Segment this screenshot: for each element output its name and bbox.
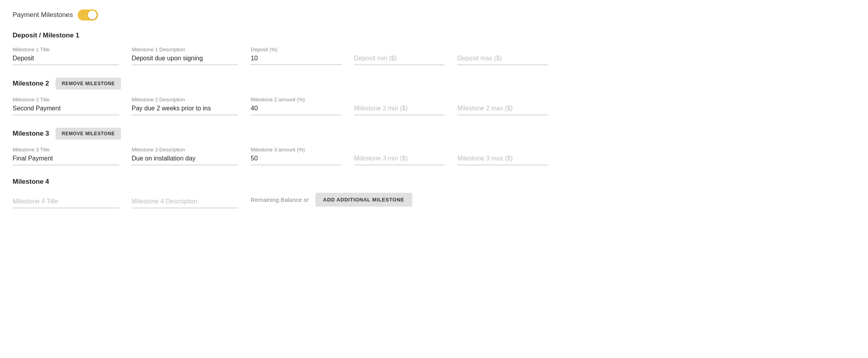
milestone4-desc-group: Milestone 4 Description (132, 196, 238, 208)
milestone3-amount-value[interactable]: 50 (251, 155, 341, 165)
milestone2-title-group: Milestone 2 Title Second Payment (13, 97, 119, 115)
deposit-section-label: Deposit / Milestone 1 (13, 32, 79, 39)
milestone4-fields-row: Milestone 4 Title Milestone 4 Descriptio… (13, 193, 855, 208)
deposit-min-group: Deposit min ($) (354, 52, 445, 65)
toggle-track (78, 9, 98, 21)
deposit-desc-value[interactable]: Deposit due upon signing (132, 55, 238, 65)
milestone2-max-group: Milestone 2 max ($) (457, 103, 548, 115)
payment-milestones-header: Payment Milestones (13, 9, 855, 21)
deposit-title-label: Milestone 1 Title (13, 47, 119, 52)
milestone3-remove-button[interactable]: REMOVE MILESTONE (56, 128, 121, 140)
deposit-title-group: Milestone 1 Title Deposit (13, 47, 119, 65)
milestone3-min-value[interactable]: Milestone 3 min ($) (354, 155, 445, 165)
milestone2-fields-row: Milestone 2 Title Second Payment Milesto… (13, 97, 855, 115)
toggle-thumb (88, 11, 97, 19)
remaining-balance-row: Remaining Balance or ADD ADDITIONAL MILE… (251, 193, 855, 208)
milestone4-desc-value[interactable]: Milestone 4 Description (132, 198, 238, 208)
deposit-title-value[interactable]: Deposit (13, 55, 119, 65)
deposit-amount-group: Deposit (%) 10 (251, 47, 341, 65)
milestone2-desc-value[interactable]: Pay due 2 weeks prior to ins (132, 105, 238, 115)
payment-milestones-title: Payment Milestones (13, 11, 73, 19)
add-additional-milestone-button[interactable]: ADD ADDITIONAL MILESTONE (315, 193, 412, 207)
milestone3-desc-label: Milestone 3 Description (132, 147, 238, 153)
milestone2-title-label: Milestone 2 Title (13, 97, 119, 103)
milestone3-max-value[interactable]: Milestone 3 max ($) (457, 155, 548, 165)
milestone3-section: Milestone 3 REMOVE MILESTONE Milestone 3… (13, 128, 855, 165)
deposit-section: Deposit / Milestone 1 Milestone 1 Title … (13, 32, 855, 65)
deposit-amount-value[interactable]: 10 (251, 55, 341, 65)
milestone3-max-group: Milestone 3 max ($) (457, 153, 548, 165)
milestone3-min-group: Milestone 3 min ($) (354, 153, 445, 165)
deposit-desc-group: Milestone 1 Description Deposit due upon… (132, 47, 238, 65)
milestone2-desc-label: Milestone 2 Description (132, 97, 238, 103)
milestone2-section-label: Milestone 2 (13, 80, 49, 88)
milestone3-amount-label: Milestone 3 amount (%) (251, 147, 341, 153)
milestone3-section-label: Milestone 3 (13, 130, 49, 138)
deposit-desc-label: Milestone 1 Description (132, 47, 238, 52)
milestone3-desc-value[interactable]: Due on installation day (132, 155, 238, 165)
milestone2-min-value[interactable]: Milestone 2 min ($) (354, 105, 445, 115)
milestone3-title-value[interactable]: Final Payment (13, 155, 119, 165)
milestone2-amount-label: Milestone 2 amount (%) (251, 97, 341, 103)
payment-milestones-toggle[interactable] (78, 9, 98, 21)
milestone3-desc-group: Milestone 3 Description Due on installat… (132, 147, 238, 165)
milestone3-fields-row: Milestone 3 Title Final Payment Mileston… (13, 147, 855, 165)
milestone2-max-value[interactable]: Milestone 2 max ($) (457, 105, 548, 115)
deposit-fields-row: Milestone 1 Title Deposit Milestone 1 De… (13, 47, 855, 65)
milestone2-header: Milestone 2 REMOVE MILESTONE (13, 78, 855, 90)
milestone3-header: Milestone 3 REMOVE MILESTONE (13, 128, 855, 140)
milestone3-title-label: Milestone 3 Title (13, 147, 119, 153)
milestone3-amount-group: Milestone 3 amount (%) 50 (251, 147, 341, 165)
milestone4-section-label: Milestone 4 (13, 178, 49, 186)
deposit-max-group: Deposit max ($) (457, 52, 548, 65)
milestone4-title-group: Milestone 4 Title (13, 196, 119, 208)
milestone3-title-group: Milestone 3 Title Final Payment (13, 147, 119, 165)
milestone2-amount-group: Milestone 2 amount (%) 40 (251, 97, 341, 115)
milestone4-title-value[interactable]: Milestone 4 Title (13, 198, 119, 208)
deposit-amount-label: Deposit (%) (251, 47, 341, 52)
milestone2-title-value[interactable]: Second Payment (13, 105, 119, 115)
deposit-max-value[interactable]: Deposit max ($) (457, 55, 548, 65)
milestone2-section: Milestone 2 REMOVE MILESTONE Milestone 2… (13, 78, 855, 115)
deposit-header: Deposit / Milestone 1 (13, 32, 855, 39)
milestone2-amount-value[interactable]: 40 (251, 105, 341, 115)
milestone2-remove-button[interactable]: REMOVE MILESTONE (56, 78, 121, 90)
milestone2-min-group: Milestone 2 min ($) (354, 103, 445, 115)
deposit-min-value[interactable]: Deposit min ($) (354, 55, 445, 65)
milestone2-desc-group: Milestone 2 Description Pay due 2 weeks … (132, 97, 238, 115)
milestone4-header: Milestone 4 (13, 178, 855, 186)
milestone4-section: Milestone 4 Milestone 4 Title Milestone … (13, 178, 855, 208)
remaining-balance-label: Remaining Balance or (251, 196, 309, 203)
